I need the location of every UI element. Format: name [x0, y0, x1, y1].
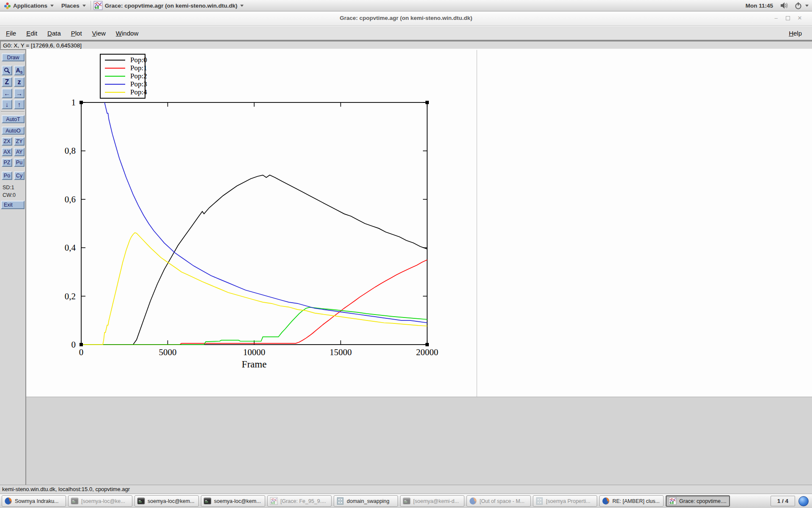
grace-window: Grace: cpopvtime.agr (on kemi-steno.win.…	[0, 11, 812, 494]
menu-edit[interactable]: Edit	[22, 28, 41, 39]
taskbar-button[interactable]: Sowmya Indraku...	[2, 495, 66, 507]
toolbar-separator	[1, 111, 25, 112]
menu-plot[interactable]: Plot	[67, 28, 86, 39]
ay-button[interactable]: AY	[14, 148, 25, 156]
taskbar-button[interactable]: [Out of space - M...	[466, 495, 531, 507]
legend-label: Pop:0	[130, 56, 147, 64]
svg-text:15000: 15000	[329, 347, 352, 357]
taskbar-button[interactable]: soemya-loc@kem...	[134, 495, 199, 507]
zoom-button[interactable]	[2, 66, 12, 75]
autoo-button[interactable]: AutoO	[2, 127, 25, 135]
applications-menu-label: Applications	[13, 3, 47, 9]
svg-text:Frame: Frame	[242, 359, 267, 370]
zx-button[interactable]: ZX	[2, 137, 12, 146]
cy-button[interactable]: Cy	[14, 171, 25, 180]
grace-icon	[669, 497, 677, 505]
current-work-label: CW:0	[3, 192, 16, 198]
tool-panel: Draw AS Z z ← → ↓ ↑	[0, 49, 26, 485]
chevron-down-icon	[50, 5, 54, 7]
terminal-icon	[137, 497, 145, 505]
plot-canvas[interactable]: 0500010000150002000000,20,40,60,81Frame …	[26, 49, 812, 485]
menu-file[interactable]: File	[2, 28, 20, 39]
legend-label: Pop:1	[130, 64, 147, 72]
volume-control[interactable]	[777, 2, 791, 9]
firefox-icon	[602, 497, 610, 505]
po-button[interactable]: Po	[2, 171, 12, 180]
maximize-button[interactable]	[786, 16, 790, 20]
top-panel: Applications Places Grace: cpopvtime.agr…	[0, 0, 812, 11]
taskbar-button-label: Sowmya Indraku...	[15, 498, 59, 504]
taskbar-button[interactable]: Grace: cpopvtime....	[666, 495, 730, 507]
legend-entry: Pop:2	[101, 72, 145, 80]
zoom-in-button[interactable]: Z	[2, 77, 12, 87]
svg-text:10000: 10000	[243, 347, 266, 357]
taskbar-button-label: [soemya Properti...	[546, 498, 590, 504]
globe-icon[interactable]	[798, 496, 809, 506]
menu-window[interactable]: Window	[112, 28, 143, 39]
close-button[interactable]: ✕	[797, 15, 803, 22]
taskbar-button[interactable]: domain_swapping	[334, 495, 398, 507]
taskbar-button[interactable]: [Grace: Fe_95_9....	[267, 495, 332, 507]
menu-data[interactable]: Data	[43, 28, 65, 39]
svg-text:0,2: 0,2	[65, 291, 76, 301]
svg-text:0,4: 0,4	[65, 243, 76, 253]
legend-entry: Pop:3	[101, 80, 145, 88]
scroll-right-button[interactable]: →	[14, 88, 25, 98]
taskbar-button[interactable]: [soemya@kemi-d...	[400, 495, 464, 507]
taskbar: Sowmya Indraku...[soemya-loc@ke...soemya…	[0, 494, 812, 508]
chevron-down-icon	[240, 5, 244, 7]
applet-separator	[91, 1, 91, 10]
draw-button[interactable]: Draw	[2, 53, 25, 61]
scroll-down-button[interactable]: ↓	[2, 99, 12, 109]
legend-line-sample	[105, 68, 125, 69]
power-icon	[794, 2, 802, 10]
magnifier-icon	[4, 67, 11, 74]
ax-button[interactable]: AX	[2, 148, 12, 156]
exit-button[interactable]: Exit	[1, 201, 25, 209]
zy-button[interactable]: ZY	[14, 137, 25, 146]
terminal-icon	[203, 497, 211, 505]
taskbar-button[interactable]: [soemya-loc@ke...	[68, 495, 132, 507]
grace-icon	[270, 497, 278, 505]
outside-page-area	[26, 397, 812, 485]
scroll-left-button[interactable]: ←	[2, 88, 12, 98]
menu-help[interactable]: Help	[785, 28, 806, 39]
plot-legend[interactable]: Pop:0Pop:1Pop:2Pop:3Pop:4	[100, 54, 145, 99]
set-default-label: SD:1	[3, 185, 14, 190]
page-right-edge	[477, 50, 477, 397]
desktop: Applications Places Grace: cpopvtime.agr…	[0, 0, 812, 508]
autot-button[interactable]: AutoT	[2, 115, 25, 123]
places-menu[interactable]: Places	[58, 0, 90, 11]
legend-entry: Pop:4	[101, 88, 145, 96]
taskbar-button-label: RE: [AMBER] clus...	[612, 498, 660, 504]
shutdown-menu[interactable]	[791, 2, 812, 10]
legend-label: Pop:4	[130, 88, 147, 97]
legend-line-sample	[105, 92, 125, 93]
applications-menu[interactable]: Applications	[0, 0, 58, 11]
taskbar-button-label: soemya-loc@kem...	[148, 498, 195, 504]
taskbar-button[interactable]: [soemya Properti...	[533, 495, 597, 507]
window-title: Grace: cpopvtime.agr (on kemi-steno.win.…	[0, 15, 812, 21]
window-selector[interactable]: Grace: cpopvtime.agr (on kemi-steno.win.…	[92, 0, 248, 11]
svg-text:0,8: 0,8	[65, 146, 76, 156]
clock[interactable]: Mon 11:45	[741, 3, 777, 9]
zoom-out-button[interactable]: z	[14, 77, 25, 87]
legend-line-sample	[105, 76, 125, 77]
taskbar-button[interactable]: soemya-loc@kem...	[201, 495, 265, 507]
taskbar-button-label: [soemya@kemi-d...	[413, 498, 459, 504]
taskbar-button-label: [Out of space - M...	[480, 498, 524, 504]
pz-button[interactable]: PZ	[2, 158, 12, 167]
grace-window-icon	[93, 1, 103, 10]
legend-label: Pop:2	[130, 72, 147, 80]
terminal-icon	[403, 497, 411, 505]
workspace-switcher[interactable]: 1 / 4	[771, 496, 795, 506]
scroll-up-button[interactable]: ↑	[14, 99, 25, 109]
pu-button[interactable]: Pu	[14, 158, 25, 167]
taskbar-button[interactable]: RE: [AMBER] clus...	[599, 495, 664, 507]
menu-view[interactable]: View	[88, 28, 110, 39]
minimize-button[interactable]: –	[773, 15, 779, 22]
taskbar-button-label: [soemya-loc@ke...	[81, 498, 125, 504]
autoscale-button[interactable]: AS	[14, 66, 25, 75]
svg-text:20000: 20000	[416, 347, 439, 357]
cabinet-icon	[535, 497, 543, 505]
